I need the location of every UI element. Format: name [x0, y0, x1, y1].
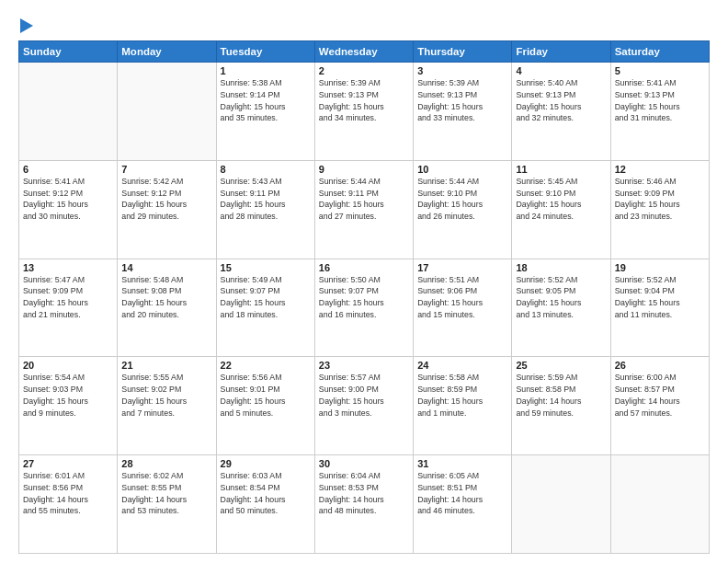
- day-number: 1: [221, 65, 311, 76]
- weekday-header-monday: Monday: [118, 41, 216, 63]
- day-cell: 18Sunrise: 5:52 AM Sunset: 9:05 PM Dayli…: [512, 259, 610, 357]
- day-cell: 29Sunrise: 6:03 AM Sunset: 8:54 PM Dayli…: [216, 455, 314, 554]
- day-cell: 13Sunrise: 5:47 AM Sunset: 9:09 PM Dayli…: [19, 259, 118, 357]
- weekday-header-wednesday: Wednesday: [314, 41, 413, 63]
- day-cell: 20Sunrise: 5:54 AM Sunset: 9:03 PM Dayli…: [19, 357, 118, 455]
- day-number: 29: [221, 458, 311, 469]
- day-number: 30: [319, 458, 409, 469]
- day-number: 8: [221, 164, 311, 175]
- day-details: Sunrise: 5:45 AM Sunset: 9:10 PM Dayligh…: [516, 176, 606, 223]
- day-number: 9: [319, 164, 409, 175]
- day-details: Sunrise: 5:49 AM Sunset: 9:07 PM Dayligh…: [221, 274, 311, 321]
- day-details: Sunrise: 5:38 AM Sunset: 9:14 PM Dayligh…: [221, 77, 311, 124]
- weekday-header-friday: Friday: [512, 41, 610, 63]
- day-number: 4: [516, 65, 606, 76]
- page: SundayMondayTuesdayWednesdayThursdayFrid…: [0, 0, 728, 563]
- day-number: 5: [615, 65, 705, 76]
- calendar-table: SundayMondayTuesdayWednesdayThursdayFrid…: [18, 40, 710, 554]
- week-row-1: 6Sunrise: 5:41 AM Sunset: 9:12 PM Daylig…: [19, 160, 710, 259]
- weekday-header-row: SundayMondayTuesdayWednesdayThursdayFrid…: [19, 41, 710, 63]
- day-details: Sunrise: 5:43 AM Sunset: 9:11 PM Dayligh…: [221, 176, 311, 223]
- day-number: 24: [417, 360, 507, 371]
- day-details: Sunrise: 6:04 AM Sunset: 8:53 PM Dayligh…: [319, 470, 409, 517]
- day-cell: 28Sunrise: 6:02 AM Sunset: 8:55 PM Dayli…: [118, 455, 216, 554]
- day-details: Sunrise: 5:39 AM Sunset: 9:13 PM Dayligh…: [319, 77, 409, 124]
- day-cell: 1Sunrise: 5:38 AM Sunset: 9:14 PM Daylig…: [216, 63, 314, 161]
- day-number: 10: [417, 164, 507, 175]
- day-details: Sunrise: 5:41 AM Sunset: 9:13 PM Dayligh…: [615, 77, 705, 124]
- logo-text: [18, 17, 33, 33]
- day-number: 17: [417, 262, 507, 273]
- day-number: 19: [615, 262, 705, 273]
- logo-arrow-icon: [20, 18, 33, 33]
- day-cell: [610, 455, 709, 554]
- day-details: Sunrise: 5:54 AM Sunset: 9:03 PM Dayligh…: [23, 372, 113, 419]
- day-cell: 12Sunrise: 5:46 AM Sunset: 9:09 PM Dayli…: [610, 160, 709, 259]
- day-number: 23: [319, 360, 409, 371]
- day-details: Sunrise: 5:47 AM Sunset: 9:09 PM Dayligh…: [23, 274, 113, 321]
- day-number: 12: [615, 164, 705, 175]
- day-cell: 7Sunrise: 5:42 AM Sunset: 9:12 PM Daylig…: [118, 160, 216, 259]
- day-details: Sunrise: 5:41 AM Sunset: 9:12 PM Dayligh…: [23, 176, 113, 223]
- day-details: Sunrise: 5:39 AM Sunset: 9:13 PM Dayligh…: [417, 77, 507, 124]
- day-details: Sunrise: 5:56 AM Sunset: 9:01 PM Dayligh…: [221, 372, 311, 419]
- week-row-0: 1Sunrise: 5:38 AM Sunset: 9:14 PM Daylig…: [19, 63, 710, 161]
- day-number: 2: [319, 65, 409, 76]
- day-cell: 23Sunrise: 5:57 AM Sunset: 9:00 PM Dayli…: [314, 357, 413, 455]
- day-number: 3: [417, 65, 507, 76]
- logo: [18, 17, 33, 33]
- day-cell: 31Sunrise: 6:05 AM Sunset: 8:51 PM Dayli…: [414, 455, 512, 554]
- day-details: Sunrise: 5:46 AM Sunset: 9:09 PM Dayligh…: [615, 176, 705, 223]
- day-cell: 11Sunrise: 5:45 AM Sunset: 9:10 PM Dayli…: [512, 160, 610, 259]
- day-cell: 2Sunrise: 5:39 AM Sunset: 9:13 PM Daylig…: [314, 63, 413, 161]
- day-details: Sunrise: 6:00 AM Sunset: 8:57 PM Dayligh…: [615, 372, 705, 419]
- day-cell: [19, 63, 118, 161]
- day-number: 11: [516, 164, 606, 175]
- day-cell: 24Sunrise: 5:58 AM Sunset: 8:59 PM Dayli…: [414, 357, 512, 455]
- day-number: 13: [23, 262, 113, 273]
- day-number: 27: [23, 458, 113, 469]
- day-cell: 6Sunrise: 5:41 AM Sunset: 9:12 PM Daylig…: [19, 160, 118, 259]
- day-cell: 21Sunrise: 5:55 AM Sunset: 9:02 PM Dayli…: [118, 357, 216, 455]
- day-number: 31: [417, 458, 507, 469]
- day-details: Sunrise: 6:02 AM Sunset: 8:55 PM Dayligh…: [121, 470, 211, 517]
- day-cell: 30Sunrise: 6:04 AM Sunset: 8:53 PM Dayli…: [314, 455, 413, 554]
- day-cell: 9Sunrise: 5:44 AM Sunset: 9:11 PM Daylig…: [314, 160, 413, 259]
- day-cell: 16Sunrise: 5:50 AM Sunset: 9:07 PM Dayli…: [314, 259, 413, 357]
- day-details: Sunrise: 5:44 AM Sunset: 9:11 PM Dayligh…: [319, 176, 409, 223]
- day-details: Sunrise: 6:05 AM Sunset: 8:51 PM Dayligh…: [417, 470, 507, 517]
- day-cell: 4Sunrise: 5:40 AM Sunset: 9:13 PM Daylig…: [512, 63, 610, 161]
- day-cell: 10Sunrise: 5:44 AM Sunset: 9:10 PM Dayli…: [414, 160, 512, 259]
- day-cell: 8Sunrise: 5:43 AM Sunset: 9:11 PM Daylig…: [216, 160, 314, 259]
- day-cell: 15Sunrise: 5:49 AM Sunset: 9:07 PM Dayli…: [216, 259, 314, 357]
- day-number: 25: [516, 360, 606, 371]
- day-number: 6: [23, 164, 113, 175]
- header: [18, 17, 710, 33]
- day-details: Sunrise: 5:58 AM Sunset: 8:59 PM Dayligh…: [417, 372, 507, 419]
- day-details: Sunrise: 5:57 AM Sunset: 9:00 PM Dayligh…: [319, 372, 409, 419]
- day-cell: 3Sunrise: 5:39 AM Sunset: 9:13 PM Daylig…: [414, 63, 512, 161]
- day-number: 18: [516, 262, 606, 273]
- day-number: 22: [221, 360, 311, 371]
- day-cell: 19Sunrise: 5:52 AM Sunset: 9:04 PM Dayli…: [610, 259, 709, 357]
- day-cell: [512, 455, 610, 554]
- day-details: Sunrise: 5:48 AM Sunset: 9:08 PM Dayligh…: [121, 274, 211, 321]
- day-number: 21: [121, 360, 211, 371]
- day-cell: 17Sunrise: 5:51 AM Sunset: 9:06 PM Dayli…: [414, 259, 512, 357]
- week-row-3: 20Sunrise: 5:54 AM Sunset: 9:03 PM Dayli…: [19, 357, 710, 455]
- day-cell: [118, 63, 216, 161]
- weekday-header-saturday: Saturday: [610, 41, 709, 63]
- day-cell: 25Sunrise: 5:59 AM Sunset: 8:58 PM Dayli…: [512, 357, 610, 455]
- week-row-2: 13Sunrise: 5:47 AM Sunset: 9:09 PM Dayli…: [19, 259, 710, 357]
- day-details: Sunrise: 5:42 AM Sunset: 9:12 PM Dayligh…: [121, 176, 211, 223]
- week-row-4: 27Sunrise: 6:01 AM Sunset: 8:56 PM Dayli…: [19, 455, 710, 554]
- day-details: Sunrise: 5:52 AM Sunset: 9:04 PM Dayligh…: [615, 274, 705, 321]
- weekday-header-thursday: Thursday: [414, 41, 512, 63]
- day-number: 26: [615, 360, 705, 371]
- day-details: Sunrise: 5:44 AM Sunset: 9:10 PM Dayligh…: [417, 176, 507, 223]
- weekday-header-sunday: Sunday: [19, 41, 118, 63]
- day-details: Sunrise: 5:51 AM Sunset: 9:06 PM Dayligh…: [417, 274, 507, 321]
- day-cell: 14Sunrise: 5:48 AM Sunset: 9:08 PM Dayli…: [118, 259, 216, 357]
- day-details: Sunrise: 5:59 AM Sunset: 8:58 PM Dayligh…: [516, 372, 606, 419]
- day-number: 28: [121, 458, 211, 469]
